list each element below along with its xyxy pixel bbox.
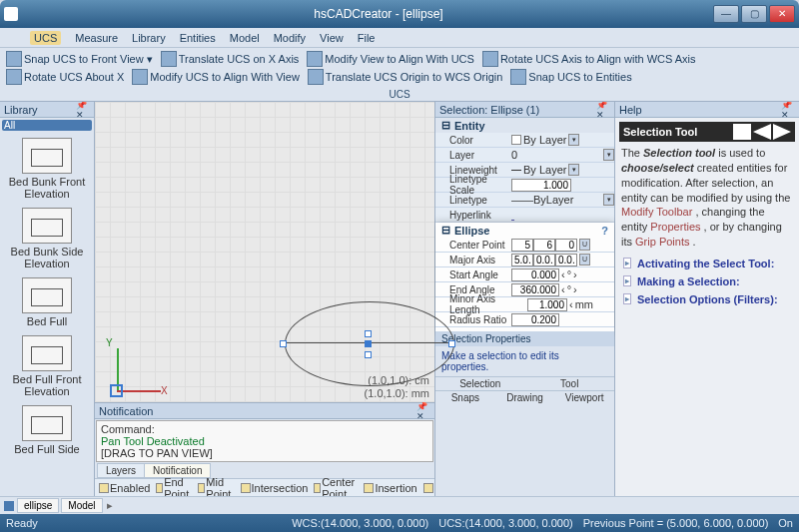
status-prev-point: Previous Point = (5.000, 6.000, 0.000) bbox=[583, 517, 769, 529]
help-icon[interactable]: ? bbox=[601, 225, 608, 237]
minimize-button[interactable]: — bbox=[713, 5, 739, 23]
pin-icon[interactable]: 📌 ✕ bbox=[76, 102, 90, 120]
menu-ucs[interactable]: UCS bbox=[30, 31, 61, 45]
ribbon-group-title: UCS bbox=[0, 89, 799, 100]
library-item-label: Bed Bunk Side Elevation bbox=[11, 246, 84, 269]
menu-library[interactable]: Library bbox=[132, 32, 166, 44]
notification-title: Notification bbox=[99, 405, 153, 417]
library-filter[interactable]: All bbox=[2, 120, 92, 131]
menu-measure[interactable]: Measure bbox=[75, 32, 118, 44]
list-item[interactable]: Bed Full Side bbox=[0, 400, 94, 458]
status-ucs: UCS:(14.000, 3.000, 0.000) bbox=[438, 517, 573, 529]
list-item[interactable]: Bed Bunk Side Elevation bbox=[0, 203, 94, 272]
pin-icon[interactable]: 📌 ✕ bbox=[596, 102, 610, 120]
ribbon-snap-entities[interactable]: Snap UCS to Entities bbox=[510, 69, 631, 85]
tab-viewport[interactable]: Viewport bbox=[554, 391, 614, 404]
app-icon bbox=[4, 7, 18, 21]
help-section-options[interactable]: Selection Options (Filters): bbox=[619, 289, 795, 307]
snap-insertion[interactable]: Insertion bbox=[364, 482, 416, 494]
ribbon-modify-view-align[interactable]: Modify View to Align With UCS bbox=[307, 51, 474, 67]
snap-centerpoint[interactable]: Center Point bbox=[314, 476, 358, 497]
entity-header[interactable]: Entity bbox=[454, 120, 485, 132]
center-point-field[interactable]: U bbox=[509, 239, 614, 252]
ellipse-header[interactable]: Ellipse bbox=[454, 225, 489, 237]
ucs-icon bbox=[482, 51, 498, 67]
list-item[interactable]: Bed Full bbox=[0, 272, 94, 330]
major-axis-field[interactable]: U bbox=[509, 254, 614, 266]
ribbon-rotate-about-x[interactable]: Rotate UCS About X bbox=[6, 69, 124, 85]
grip-left[interactable] bbox=[280, 340, 287, 347]
library-list: Bed Bunk Front Elevation Bed Bunk Side E… bbox=[0, 133, 94, 496]
cursor-coords: (1.0,1.0): cm(1.0,1.0): mm bbox=[365, 374, 429, 400]
pin-icon[interactable]: 📌 ✕ bbox=[416, 401, 430, 421]
ucs-icon bbox=[510, 69, 526, 85]
pin-icon[interactable]: 📌 ✕ bbox=[781, 102, 795, 120]
status-ready: Ready bbox=[6, 517, 38, 529]
status-on: On bbox=[778, 517, 793, 529]
maximize-button[interactable]: ▢ bbox=[741, 5, 767, 23]
grip-right[interactable] bbox=[448, 340, 455, 347]
grip-top[interactable] bbox=[365, 330, 372, 337]
help-section-activating[interactable]: Activating the Select Tool: bbox=[619, 254, 795, 271]
library-item-label: Bed Full Front Elevation bbox=[12, 373, 81, 397]
snap-intersection[interactable]: Intersection bbox=[241, 482, 309, 494]
ribbon: Snap UCS to Front View ▾ Translate UCS o… bbox=[0, 48, 799, 102]
menu-model[interactable]: Model bbox=[230, 32, 260, 44]
ribbon-snap-ucs-front[interactable]: Snap UCS to Front View ▾ bbox=[6, 51, 153, 67]
help-header: Help 📌 ✕ bbox=[615, 102, 799, 118]
menu-file[interactable]: File bbox=[358, 32, 376, 44]
statusbar: Ready WCS:(14.000, 3.000, 0.000) UCS:(14… bbox=[0, 514, 799, 532]
help-section-making[interactable]: Making a Selection: bbox=[619, 271, 795, 289]
library-item-label: Bed Bunk Front Elevation bbox=[9, 176, 85, 200]
close-button[interactable]: ✕ bbox=[769, 5, 795, 23]
ucs-icon bbox=[161, 51, 177, 67]
ribbon-rotate-align-wcs[interactable]: Rotate UCS Axis to Align with WCS Axis bbox=[482, 51, 696, 67]
help-link-modify[interactable]: Modify Toolbar bbox=[621, 206, 692, 218]
tab-drawing[interactable]: Drawing bbox=[495, 391, 555, 404]
menu-entities[interactable]: Entities bbox=[180, 32, 216, 44]
start-angle-field[interactable]: ‹°› bbox=[509, 268, 614, 281]
help-link-grip[interactable]: Grip Points bbox=[635, 236, 689, 248]
tab-nav-icon[interactable]: ▸ bbox=[107, 499, 113, 512]
radius-ratio-field[interactable] bbox=[509, 313, 614, 326]
list-item[interactable]: Bed Full Front Elevation bbox=[0, 330, 94, 400]
selection-header: Selection: Ellipse (1) 📌 ✕ bbox=[435, 102, 614, 118]
status-wcs: WCS:(14.000, 3.000, 0.000) bbox=[292, 517, 428, 529]
menu-view[interactable]: View bbox=[320, 32, 344, 44]
notification-tabs: Layers Notification bbox=[95, 463, 434, 478]
axis-x-label: X bbox=[161, 385, 168, 396]
origin-marker bbox=[110, 384, 123, 397]
ribbon-translate-x[interactable]: Translate UCS on X Axis bbox=[161, 51, 300, 67]
selection-props-header: Selection Properties bbox=[435, 331, 614, 346]
list-item[interactable]: Bed Bunk Front Elevation bbox=[0, 133, 94, 203]
ribbon-translate-origin[interactable]: Translate UCS Origin to WCS Origin bbox=[308, 69, 502, 85]
ellipse-properties: ⊟Ellipse? Center PointU Major AxisU Star… bbox=[435, 223, 614, 331]
grip-center[interactable] bbox=[365, 340, 372, 347]
tab-selection[interactable]: Selection bbox=[435, 377, 525, 390]
snap-endpoint[interactable]: End Point bbox=[156, 476, 192, 497]
drawing-canvas[interactable]: Y X (1.0,1.0): cm(1.0,1.0): mm bbox=[95, 102, 434, 402]
tab-ellipse[interactable]: ellipse bbox=[17, 498, 59, 513]
library-item-label: Bed Full bbox=[27, 315, 67, 327]
menu-modify[interactable]: Modify bbox=[274, 32, 306, 44]
help-title: Help bbox=[619, 104, 642, 116]
window-title: hsCADCreator - [ellipse] bbox=[44, 7, 713, 21]
help-link-properties[interactable]: Properties bbox=[650, 221, 700, 233]
snap-enabled[interactable]: Enabled bbox=[99, 482, 150, 494]
grip-bottom[interactable] bbox=[365, 351, 372, 358]
ribbon-modify-ucs-align[interactable]: Modify UCS to Align With View bbox=[132, 69, 300, 85]
help-back-icon[interactable] bbox=[753, 124, 771, 140]
tab-snaps[interactable]: Snaps bbox=[435, 391, 495, 404]
entity-properties: ⊟Entity ColorBy Layer▾ Layer0▾ Lineweigh… bbox=[435, 118, 614, 223]
help-forward-icon[interactable] bbox=[773, 124, 791, 140]
library-title: Library bbox=[4, 104, 38, 116]
tab-layers[interactable]: Layers bbox=[97, 463, 145, 478]
titlebar: hsCADCreator - [ellipse] — ▢ ✕ bbox=[0, 0, 799, 28]
help-home-icon[interactable] bbox=[733, 124, 751, 140]
tab-model[interactable]: Model bbox=[61, 498, 102, 513]
minor-axis-field[interactable]: ‹mm bbox=[525, 298, 614, 311]
tab-tool[interactable]: Tool bbox=[525, 377, 615, 390]
document-tabs: ellipse Model ▸ bbox=[0, 496, 799, 514]
snap-midpoint[interactable]: Mid Point bbox=[198, 476, 234, 497]
ucs-icon bbox=[132, 69, 148, 85]
